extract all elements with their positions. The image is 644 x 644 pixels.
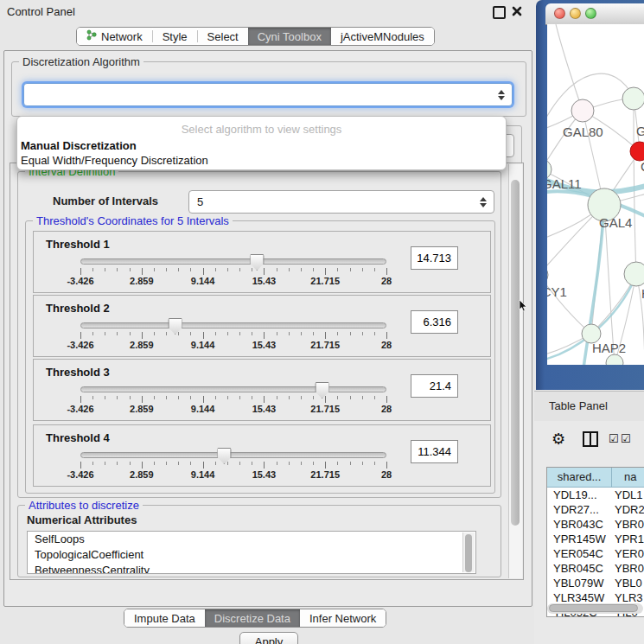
table-row[interactable]: YER054CYER0 [547,546,644,561]
network-window-titlebar [545,3,644,25]
node-bottom[interactable] [606,354,623,365]
columns-icon[interactable] [583,431,598,447]
checkbox-icon[interactable]: ☑ [609,432,619,445]
table-header-row: shared... na [547,468,644,488]
tab-label: Network [101,30,143,43]
zoom-traffic-light[interactable] [585,8,596,19]
tab-select[interactable]: Select [198,28,248,45]
group-title: Threshold's Coordinates for 5 Intervals [33,214,233,227]
node-gcy1[interactable] [547,265,548,284]
threshold-value-input[interactable] [411,246,458,270]
group-title: Discretization Algorithm [19,55,143,68]
threshold-value-input[interactable] [411,310,458,334]
column-header[interactable]: na [612,468,644,487]
scrollbar-thumb[interactable] [511,180,520,526]
node-label: GAL4 [599,215,632,230]
threshold-value-input[interactable] [411,440,458,463]
slider-track[interactable] [80,322,386,328]
interval-definition-group: Interval Definition Number of Intervals … [17,171,501,498]
node-label: GA [636,124,644,138]
settings-scrollpane: Interval Definition Number of Intervals … [10,163,524,580]
table-panel-title: Table Panel [549,399,608,412]
network-icon [86,29,97,43]
threshold-panel: Threshold 1 -3.426 2.859 9.144 [33,231,491,293]
combo-arrows-icon [498,90,505,100]
node-label: HAP2 [592,341,626,355]
threshold-slider: -3.426 2.859 9.144 15.43 21.715 28 [80,232,386,292]
tab-network[interactable]: Network [77,28,152,45]
list-item[interactable]: TopologicalCoefficient [28,547,475,563]
group-title: Attributes to discretize [25,499,143,512]
attributes-list: SelfLoops TopologicalCoefficient Between… [27,531,476,574]
cyni-toolbox-panel: Discretization Algorithm Select algorith… [3,50,532,607]
tab-cyni-toolbox[interactable]: Cyni Toolbox [248,28,331,45]
slider-track[interactable] [80,386,386,392]
column-header[interactable]: shared... [547,468,612,487]
slider-track[interactable] [80,258,386,265]
table-row[interactable]: YBL079WYBL0 [547,576,644,590]
gear-icon[interactable]: ⚙ [552,430,565,449]
mouse-cursor [519,300,527,312]
tab-infer-network[interactable]: Infer Network [300,609,386,627]
slider-tick-labels: -3.426 2.859 9.144 15.43 21.715 28 [80,276,386,286]
dropdown-option-equal-width[interactable]: Equal Width/Frequency Discretization [21,154,208,167]
list-item[interactable]: BetweennessCentrality [28,563,475,574]
algorithm-dropdown-popup: Select algorithm to view settings Manual… [16,116,507,170]
scrollbar-thumb[interactable] [549,604,638,612]
network-view-window[interactable]: GAL80 GA C GAL11 GAL4 GCY1 H HAP2 [536,0,644,390]
attributes-group: Attributes to discretize Numerical Attri… [17,505,501,577]
numerical-attributes-label: Numerical Attributes [27,513,137,526]
combo-arrows-icon [480,197,487,207]
close-traffic-light[interactable] [554,8,565,19]
network-canvas[interactable]: GAL80 GA C GAL11 GAL4 GCY1 H HAP2 [547,24,644,365]
checkbox-icon[interactable]: ☑ [621,432,631,445]
node-table: shared... na YDL19...YDL1 YDR27...YDR2 Y… [546,467,644,617]
slider-tick-labels: -3.426 2.859 9.144 15.43 21.715 28 [80,469,386,480]
table-panel: ⚙ ☑ ☑ shared... na YDL19...YDL1 YDR27...… [534,421,644,644]
table-row[interactable]: YDL19...YDL1 [547,488,644,502]
node-label: GCY1 [547,284,567,299]
slider-tick-labels: -3.426 2.859 9.144 15.43 21.715 28 [80,340,386,350]
num-intervals-value: 5 [189,195,480,208]
threshold-value-input[interactable] [411,374,458,398]
control-panel-titlebar: Control Panel [0,0,534,22]
cyni-bottom-tabs: Impute Data Discretize Data Infer Networ… [124,609,386,628]
threshold-slider: -3.426 2.859 9.144 15.43 21.715 28 [80,425,386,486]
minimize-traffic-light[interactable] [570,8,581,19]
slider-track[interactable] [80,452,386,458]
dropdown-hint: Select algorithm to view settings [17,123,506,136]
list-item[interactable]: SelfLoops [28,532,475,547]
num-intervals-select[interactable]: 5 [188,190,494,214]
panel-title: Control Panel [7,5,75,18]
table-row[interactable]: YDR27...YDR2 [547,502,644,517]
control-panel-tabs: Network Style Select Cyni Toolbox jActiv… [76,27,435,46]
dropdown-option-manual[interactable]: Manual Discretization [21,139,137,152]
threshold-slider: -3.426 2.859 9.144 15.43 21.715 28 [80,360,386,420]
apply-button[interactable]: Apply [239,632,298,644]
tab-impute-data[interactable]: Impute Data [124,609,205,627]
float-window-icon[interactable] [493,6,506,19]
node-label: C [641,159,644,174]
table-row[interactable]: YBR043CYBR0 [547,517,644,532]
slider-ticks [80,462,386,465]
slider-tick-labels: -3.426 2.859 9.144 15.43 21.715 28 [80,404,386,414]
threshold-panel: Threshold 4 -3.426 2.859 9.144 [33,424,491,487]
table-row[interactable]: YPR145WYPR1 [547,532,644,546]
table-horizontal-scrollbar [547,603,643,614]
threshold-panel: Threshold 2 -3.426 2.859 9.144 [33,295,491,357]
table-panel-toolbar: ⚙ ☑ ☑ [534,428,644,456]
scrollbar-thumb[interactable] [465,534,472,572]
table-row[interactable]: YBR045CYBR0 [547,561,644,576]
algorithm-select[interactable] [23,83,513,106]
node-gal80[interactable] [571,99,594,122]
thresholds-group: Threshold's Coordinates for 5 Intervals … [25,220,495,494]
threshold-slider: -3.426 2.859 9.144 15.43 21.715 28 [80,296,386,356]
node-label: GAL11 [547,176,582,191]
node-top-right[interactable] [622,87,644,110]
close-icon[interactable] [511,5,523,17]
tab-style[interactable]: Style [153,28,197,45]
list-scrollbar [462,532,475,572]
tab-discretize-data[interactable]: Discretize Data [205,609,300,627]
node-h[interactable] [624,262,644,286]
tab-jactivemnodules[interactable]: jActiveMNodules [331,28,434,45]
